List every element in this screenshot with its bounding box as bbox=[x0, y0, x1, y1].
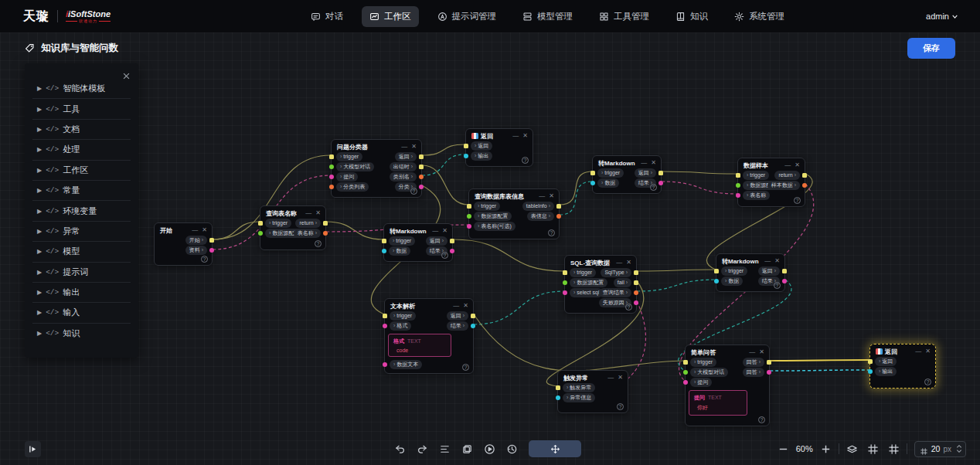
run-panel-button[interactable] bbox=[25, 441, 41, 457]
port-dot-magenta[interactable] bbox=[683, 380, 688, 385]
input-port[interactable]: › 数据 bbox=[382, 247, 410, 255]
palette-item[interactable]: ▶</>环境变量 bbox=[32, 201, 131, 221]
undo-button[interactable] bbox=[394, 443, 406, 455]
output-port[interactable]: 分类 › bbox=[395, 183, 424, 191]
edge[interactable] bbox=[213, 222, 260, 239]
input-port[interactable]: › 提问 bbox=[329, 173, 358, 181]
node-close-icon[interactable]: ✕ bbox=[315, 210, 321, 216]
node-help-icon[interactable]: ? bbox=[462, 364, 469, 371]
output-port[interactable]: 回答 › bbox=[743, 368, 771, 376]
node-header[interactable]: 开始—✕ bbox=[155, 223, 212, 235]
input-port[interactable]: › 输出 bbox=[464, 152, 492, 160]
node-minimize-icon[interactable]: — bbox=[616, 260, 622, 266]
port-dot-orange[interactable] bbox=[802, 183, 807, 188]
palette-item[interactable]: ▶</>工具 bbox=[32, 99, 131, 119]
port-dot-cyan[interactable] bbox=[868, 369, 873, 374]
workflow-canvas[interactable]: 开始—✕开始 ›资料 ›?查询表名称—✕› trigger› 数据源配置retu… bbox=[0, 32, 980, 465]
edge[interactable] bbox=[770, 360, 869, 361]
output-port[interactable]: return › bbox=[774, 171, 807, 179]
port-dot-yellow[interactable] bbox=[419, 154, 424, 159]
node-help-icon[interactable]: ? bbox=[617, 403, 624, 410]
nav-item-prompt[interactable]: 提示词管理 bbox=[430, 6, 505, 27]
palette-item[interactable]: ▶</>输出 bbox=[32, 283, 131, 303]
port-dot-magenta[interactable] bbox=[767, 370, 771, 375]
node-to-markdown-mid[interactable]: 转Markdown—✕› trigger› 数据返回 ›结果 ›? bbox=[383, 223, 453, 262]
grid-size-stepper[interactable] bbox=[956, 444, 962, 453]
port-dot-green[interactable] bbox=[258, 231, 263, 236]
output-port[interactable]: 表名称 › bbox=[294, 229, 328, 237]
port-dot-yellow[interactable] bbox=[383, 314, 387, 318]
node-question-classifier[interactable]: 问题分类器—✕› trigger› 大模型对话› 提问› 分类列表返回 ›出错时… bbox=[331, 139, 422, 198]
port-dot-yellow[interactable] bbox=[634, 270, 638, 275]
edge[interactable] bbox=[474, 314, 685, 371]
redo-button[interactable] bbox=[417, 443, 428, 455]
input-port[interactable]: › trigger bbox=[382, 237, 415, 245]
nav-item-system[interactable]: 系统管理 bbox=[726, 6, 792, 27]
output-port[interactable]: SqlType › bbox=[601, 269, 638, 277]
port-dot-orange[interactable] bbox=[323, 231, 328, 236]
play-button[interactable] bbox=[484, 443, 495, 455]
input-port[interactable]: › 数据 bbox=[590, 179, 619, 187]
node-header[interactable]: SQL-查询数据—✕ bbox=[565, 256, 636, 267]
edge[interactable] bbox=[560, 171, 592, 205]
node-minimize-icon[interactable]: — bbox=[453, 303, 459, 309]
port-dot-magenta[interactable] bbox=[450, 249, 454, 253]
node-value-box[interactable]: 提问TEXT你好 bbox=[689, 390, 747, 416]
node-close-icon[interactable]: ✕ bbox=[774, 258, 780, 264]
node-help-icon[interactable]: ? bbox=[650, 184, 657, 191]
port-dot-orange[interactable] bbox=[556, 214, 561, 219]
output-port[interactable]: 返回 › bbox=[635, 169, 663, 177]
port-dot-magenta[interactable] bbox=[383, 324, 387, 328]
node-header[interactable]: 返回—✕ bbox=[466, 129, 533, 141]
input-port[interactable]: › 大模型对话 bbox=[329, 163, 374, 171]
nav-item-knowledge[interactable]: 知识 bbox=[668, 6, 716, 27]
node-minimize-icon[interactable]: — bbox=[641, 160, 647, 166]
port-dot-yellow[interactable] bbox=[467, 204, 471, 209]
port-dot-yellow[interactable] bbox=[556, 204, 561, 209]
input-port[interactable]: › trigger bbox=[467, 202, 500, 210]
port-dot-magenta[interactable] bbox=[209, 248, 214, 253]
node-close-icon[interactable]: ✕ bbox=[463, 303, 468, 309]
node-help-icon[interactable]: ? bbox=[924, 378, 931, 385]
port-dot-yellow[interactable] bbox=[382, 239, 386, 243]
node-simple-qa[interactable]: 简单问答—✕› trigger› 大模型对话› 提问提问TEXT你好回答 ›回答… bbox=[685, 345, 770, 426]
node-start[interactable]: 开始—✕开始 ›资料 ›? bbox=[154, 222, 213, 266]
output-port[interactable]: return › bbox=[295, 219, 328, 227]
port-dot-yellow[interactable] bbox=[556, 385, 560, 390]
input-port[interactable]: › 数据文本 bbox=[383, 361, 422, 368]
input-port[interactable]: › 输出 bbox=[868, 368, 897, 375]
port-dot-magenta[interactable] bbox=[634, 300, 638, 305]
port-dot-cyan[interactable] bbox=[714, 279, 719, 283]
palette-item[interactable]: ▶</>异常 bbox=[32, 222, 131, 242]
output-port[interactable]: 返回 › bbox=[395, 153, 424, 161]
node-header[interactable]: 转Markdown—✕ bbox=[716, 254, 784, 266]
node-close-icon[interactable]: ✕ bbox=[795, 162, 800, 168]
edge[interactable] bbox=[422, 144, 465, 155]
node-close-icon[interactable]: ✕ bbox=[651, 160, 656, 166]
port-dot-cyan[interactable] bbox=[471, 324, 475, 328]
port-dot-yellow[interactable] bbox=[868, 359, 873, 364]
nav-item-model[interactable]: 模型管理 bbox=[515, 6, 580, 27]
save-button[interactable]: 保存 bbox=[907, 38, 955, 59]
input-port[interactable]: › 提问 bbox=[683, 378, 712, 386]
output-port[interactable]: 表信息 › bbox=[527, 212, 561, 220]
output-port[interactable]: 结果 › bbox=[758, 277, 787, 285]
grid-button[interactable] bbox=[867, 443, 879, 455]
port-dot-green[interactable] bbox=[467, 214, 471, 219]
input-port[interactable]: › 格式 bbox=[383, 322, 411, 330]
user-menu[interactable]: admin bbox=[926, 0, 958, 32]
node-minimize-icon[interactable]: — bbox=[764, 258, 771, 264]
edge[interactable] bbox=[474, 291, 564, 324]
input-port[interactable]: › trigger bbox=[590, 169, 624, 177]
output-port[interactable]: 资料 › bbox=[185, 246, 214, 254]
node-minimize-icon[interactable]: — bbox=[915, 348, 921, 355]
port-dot-orange[interactable] bbox=[634, 290, 638, 295]
node-query-table-name[interactable]: 查询表名称—✕› trigger› 数据源配置return ›表名称 ›? bbox=[260, 205, 326, 250]
input-port[interactable]: › trigger bbox=[714, 267, 747, 275]
port-dot-cyan[interactable] bbox=[590, 181, 595, 185]
output-port[interactable]: 返回 › bbox=[758, 267, 787, 275]
port-dot-yellow[interactable] bbox=[736, 173, 740, 178]
edge[interactable] bbox=[453, 239, 564, 271]
input-port[interactable]: › 大模型对话 bbox=[683, 368, 728, 376]
node-close-icon[interactable]: ✕ bbox=[759, 349, 764, 355]
